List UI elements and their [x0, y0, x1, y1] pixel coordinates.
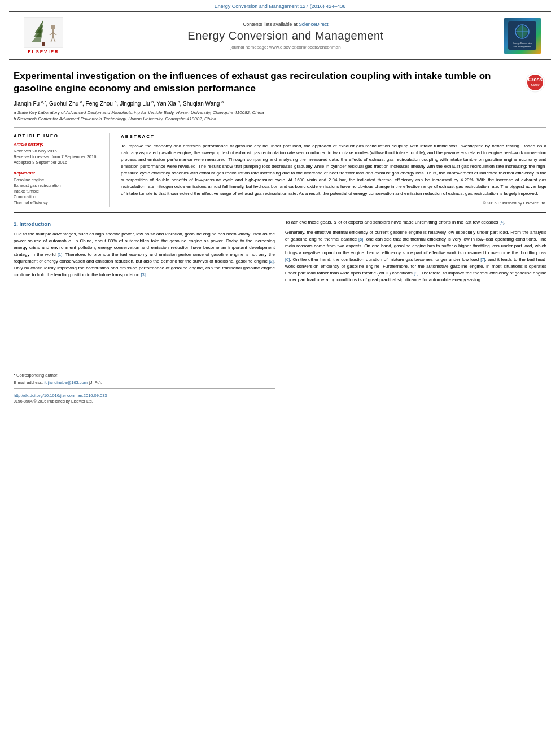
keyword-2: Exhaust gas recirculation [14, 183, 101, 188]
journal-reference-bar: Energy Conversion and Management 127 (20… [0, 0, 560, 11]
ref-6[interactable]: [6] [285, 257, 290, 262]
svg-text:Cross: Cross [528, 77, 542, 82]
doi-area: http://dx.doi.org/10.1016/j.enconman.201… [14, 388, 275, 405]
journal-header: ELSEVIER Contents lists available at Sci… [9, 11, 551, 60]
email-link[interactable]: fujianqinabe@163.com [44, 380, 88, 385]
history-label: Article history: [14, 142, 101, 147]
intro-para-3: Generally, the effective thermal efficie… [285, 229, 546, 283]
page-wrapper: Energy Conversion and Management 127 (20… [0, 0, 560, 747]
article-title-area: Experimental investigation on the influe… [14, 65, 546, 95]
body-left-col: 1. Introduction Due to the multiple adva… [14, 219, 275, 405]
authors-text: Jianqin Fu a,*, Guohui Zhu a, Feng Zhou … [14, 101, 224, 107]
elsevier-tree-icon [24, 17, 63, 48]
journal-title-center: Contents lists available at ScienceDirec… [76, 21, 496, 50]
journal-logo-right: Energy Conversion and Management [502, 18, 542, 54]
keyword-5: Thermal efficiency [14, 200, 101, 205]
main-body-divider [14, 212, 546, 213]
article-info-abstract-row: ARTICLE INFO Article history: Received 2… [14, 133, 546, 207]
authors-line: Jianqin Fu a,*, Guohui Zhu a, Feng Zhou … [14, 99, 546, 106]
abstract-heading: ABSTRACT [121, 133, 546, 140]
paper-content: Experimental investigation on the influe… [0, 60, 560, 410]
ref-7[interactable]: [7] [480, 257, 485, 262]
svg-rect-4 [42, 42, 45, 46]
crossmark-icon: Cross Mark [525, 72, 545, 93]
svg-text:Mark: Mark [531, 83, 540, 87]
keyword-1: Gasoline engine [14, 177, 101, 182]
intro-para-2: To achieve these goals, a lot of experts… [285, 219, 546, 226]
intro-heading: 1. Introduction [14, 220, 275, 228]
elsevier-logo: ELSEVIER [18, 17, 69, 54]
affiliation-b: b Research Center for Advanced Powertrai… [14, 116, 546, 121]
abstract-column: ABSTRACT To improve the economy and emis… [121, 133, 546, 207]
accepted-date: Accepted 8 September 2016 [14, 160, 101, 165]
journal-reference-text: Energy Conversion and Management 127 (20… [215, 3, 346, 9]
svg-text:Energy Conversion: Energy Conversion [513, 42, 532, 45]
issn-line: 0196-8904/© 2016 Published by Elsevier L… [14, 399, 275, 405]
sciencedirect-link[interactable]: ScienceDirect [299, 21, 328, 27]
svg-point-5 [51, 25, 55, 29]
journal-logo-box: Energy Conversion and Management [504, 18, 541, 54]
keyword-4: Combustion [14, 194, 101, 199]
email-line: E-mail address: fujianqinabe@163.com (J.… [14, 379, 275, 386]
received-date: Received 28 May 2016 [14, 148, 101, 154]
ref-8[interactable]: [8] [414, 270, 418, 276]
body-two-col: 1. Introduction Due to the multiple adva… [14, 219, 546, 405]
intro-para-1: Due to the multiple advantages, such as … [14, 231, 275, 278]
section-divider-1 [14, 127, 546, 128]
sciencedirect-line: Contents lists available at ScienceDirec… [76, 21, 496, 27]
ref-1[interactable]: [1] [58, 252, 62, 257]
article-info-heading: ARTICLE INFO [14, 133, 101, 138]
contents-text: Contents lists available at [243, 21, 299, 27]
keywords-label: Keywords: [14, 171, 101, 176]
journal-main-title: Energy Conversion and Management [76, 29, 496, 42]
email-label: E-mail address: [14, 380, 43, 385]
crossmark-badge: Cross Mark [524, 72, 546, 93]
footnote-area: * Corresponding author. E-mail address: … [14, 369, 275, 404]
received-revised-date: Received in revised form 7 September 201… [14, 154, 101, 159]
ref-3[interactable]: [3] [141, 272, 146, 277]
copyright-line: © 2016 Published by Elsevier Ltd. [121, 200, 546, 207]
journal-homepage: journal homepage: www.elsevier.com/locat… [76, 45, 496, 50]
ref-2[interactable]: [2] [269, 259, 273, 264]
ecm-logo-icon: Energy Conversion and Management [508, 21, 536, 50]
corresponding-author-note: * Corresponding author. [14, 372, 275, 378]
article-info-column: ARTICLE INFO Article history: Received 2… [14, 133, 110, 207]
keywords-section: Keywords: Gasoline engine Exhaust gas re… [14, 171, 101, 205]
email-person: (J. Fu). [89, 380, 102, 385]
doi-link[interactable]: http://dx.doi.org/10.1016/j.enconman.201… [14, 392, 275, 399]
keyword-3: Intake tumble [14, 189, 101, 194]
elsevier-brand-text: ELSEVIER [28, 49, 59, 54]
svg-text:and Management: and Management [513, 45, 531, 48]
article-title: Experimental investigation on the influe… [14, 70, 524, 95]
ref-4[interactable]: [4] [500, 220, 504, 225]
abstract-text: To improve the economy and emission perf… [121, 143, 546, 197]
body-right-col: To achieve these goals, a lot of experts… [285, 219, 546, 405]
ref-5[interactable]: [5] [358, 237, 363, 242]
affiliation-a: a State Key Laboratory of Advanced Desig… [14, 110, 546, 115]
